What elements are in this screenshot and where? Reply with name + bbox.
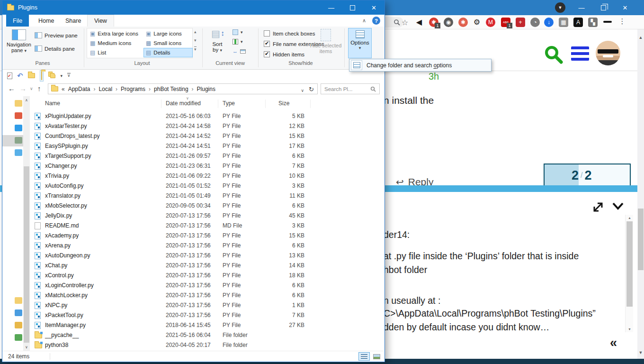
breadcrumb-item[interactable]: Plugins xyxy=(197,86,215,92)
sidebar-item-icon[interactable] xyxy=(15,309,22,316)
search-icon[interactable] xyxy=(544,45,564,64)
file-row[interactable]: xPluginUpdater.py 2021-05-16 06:03 PY Fi… xyxy=(30,111,384,121)
file-row[interactable]: CountDrops_latest.py 2021-04-24 14:52 PY… xyxy=(30,131,384,141)
navigation-pane-button[interactable]: Navigation pane ▾ xyxy=(5,28,33,59)
scroll-up-icon[interactable]: ▴ xyxy=(626,216,634,220)
browser-restore-button[interactable] xyxy=(592,0,614,15)
breadcrumb-item[interactable]: AppData xyxy=(68,86,99,92)
file-row[interactable]: xChat.py 2020-07-13 17:56 PY File 14 KB xyxy=(30,261,384,271)
file-row[interactable]: xArena.py 2020-07-13 17:56 PY File 6 KB xyxy=(30,241,384,251)
ribbon-tab[interactable]: Home xyxy=(32,15,61,27)
file-row[interactable]: xPacketTool.py 2020-07-13 17:56 PY File … xyxy=(30,310,384,320)
sidebar-item-icon[interactable] xyxy=(15,137,22,144)
browser-minimize-button[interactable]: — xyxy=(571,0,592,15)
extension-icon[interactable]: + xyxy=(516,18,525,27)
undo-icon[interactable]: ↶ xyxy=(17,72,23,79)
extension-icon[interactable]: A xyxy=(573,18,583,27)
column-header-size[interactable]: Size xyxy=(278,100,289,107)
extension-icon[interactable]: ABP 1 xyxy=(501,18,510,27)
extension-icon[interactable]: ✱ xyxy=(458,18,468,27)
extension-icon[interactable]: ◔ xyxy=(530,18,540,27)
file-row[interactable]: xAcademy.py 2020-07-13 17:56 PY File 15 … xyxy=(30,231,384,241)
breadcrumb-item[interactable]: Programs xyxy=(121,86,154,92)
options-button[interactable]: Options ▾ xyxy=(348,28,372,58)
address-dropdown-icon[interactable]: ∨ xyxy=(301,88,304,93)
download-indicator-icon[interactable]: ▼ xyxy=(555,2,565,13)
scroll-down-icon[interactable]: ▼ xyxy=(637,350,644,355)
ribbon-tab[interactable]: View xyxy=(87,15,114,27)
browser-profile-avatar[interactable] xyxy=(602,18,613,28)
explorer-close-button[interactable]: ✕ xyxy=(363,0,385,15)
checkbox-icon[interactable] xyxy=(264,30,270,36)
explorer-minimize-button[interactable]: — xyxy=(321,0,342,15)
ribbon-tab[interactable]: Share xyxy=(59,15,88,27)
details-pane-button[interactable]: Details pane xyxy=(35,46,75,52)
forward-icon[interactable]: → xyxy=(19,84,27,92)
explorer-titlebar[interactable]: Plugins — ✕ xyxy=(2,0,385,15)
layout-option[interactable]: ▦ Medium icons xyxy=(88,38,143,48)
refresh-icon[interactable]: ↻ xyxy=(309,86,314,93)
sidebar-scrollbar-thumb[interactable] xyxy=(24,166,29,343)
scroll-up-icon[interactable]: ▲ xyxy=(637,35,644,40)
topic-progress[interactable]: 2 / 2 xyxy=(544,164,631,187)
thumbnail-view-button[interactable] xyxy=(371,352,382,361)
breadcrumb-overflow-icon[interactable]: « xyxy=(62,86,65,92)
file-row[interactable]: __pycache__ 2021-05-16 06:04 File folder xyxy=(30,330,384,340)
change-folder-options-menu-item[interactable]: Change folder and search options xyxy=(367,62,452,69)
browser-menu-icon[interactable]: ⋮ xyxy=(618,17,626,26)
scroll-up-icon[interactable]: ∧ xyxy=(23,98,30,102)
sort-by-button[interactable]: ▤↕ Sort by ▾ xyxy=(206,28,229,59)
gallery-scroll-down-icon[interactable]: ▾ xyxy=(194,38,197,43)
preview-pane-button[interactable]: Preview pane xyxy=(35,32,78,38)
composer-scrollbar-thumb[interactable] xyxy=(626,221,633,307)
file-row[interactable]: xTranslator.py 2021-01-05 01:49 PY File … xyxy=(30,191,384,201)
extension-icon[interactable]: ↓ xyxy=(544,18,554,27)
extension-icon[interactable]: ▦ xyxy=(559,18,568,27)
expand-icon[interactable] xyxy=(592,201,604,213)
chevron-down-icon[interactable] xyxy=(612,202,624,210)
file-row[interactable]: xMatchLocker.py 2020-07-13 17:56 PY File… xyxy=(30,291,384,300)
details-view-button[interactable] xyxy=(358,352,370,361)
address-bar[interactable]: « AppDataLocalProgramsphBot TestingPlugi… xyxy=(48,83,318,94)
checkbox-icon[interactable] xyxy=(264,41,270,47)
new-folder-icon[interactable] xyxy=(28,73,35,78)
layout-option[interactable]: ▩ Small icons xyxy=(143,38,193,48)
file-row[interactable]: JellyDix.py 2020-07-13 17:56 PY File 45 … xyxy=(30,211,384,221)
sidebar-item-icon[interactable] xyxy=(15,322,22,328)
extension-icon[interactable]: ⚙ xyxy=(472,18,482,27)
file-row[interactable]: xAutoConfig.py 2021-01-05 01:52 PY File … xyxy=(30,181,384,191)
file-row[interactable]: xAvatarTester.py 2021-04-24 14:58 PY Fil… xyxy=(30,121,384,131)
hamburger-menu-icon[interactable] xyxy=(571,46,589,61)
gallery-scroll-up-icon[interactable]: ▴ xyxy=(194,29,197,34)
file-row[interactable]: python38 2020-04-05 20:17 File folder xyxy=(30,340,384,350)
extension-icon[interactable]: ✱ 1 xyxy=(429,18,438,27)
layout-option[interactable]: ▤ List xyxy=(88,48,143,57)
hide-selected-items-button[interactable]: Hide selected items xyxy=(309,29,342,59)
extension-icon[interactable]: ◀ xyxy=(414,18,424,27)
show-hide-checkbox[interactable]: Hidden items xyxy=(264,51,304,57)
add-columns-button[interactable]: ▾ xyxy=(233,39,243,45)
browser-close-button[interactable]: ✕ xyxy=(614,0,636,15)
folder-button[interactable] xyxy=(40,70,44,82)
extension-icon[interactable]: ◉ xyxy=(444,18,453,27)
layout-option[interactable]: ▣ Large icons xyxy=(143,29,193,38)
properties-icon[interactable] xyxy=(7,73,12,79)
column-header-date[interactable]: Date modified xyxy=(166,100,201,107)
composer-scrollbar[interactable]: ▴ ▾ xyxy=(625,215,633,332)
group-by-button[interactable]: ▾ xyxy=(233,29,243,35)
layout-option[interactable]: ▤ Details xyxy=(143,48,193,57)
back-icon[interactable]: ← xyxy=(8,84,15,92)
size-columns-button[interactable]: ↔ xyxy=(233,48,246,54)
ribbon-tab[interactable]: File xyxy=(6,15,29,27)
page-scrollbar-thumb[interactable] xyxy=(638,209,644,270)
column-header-type[interactable]: Type xyxy=(223,100,235,107)
file-row[interactable]: xNPC.py 2020-07-13 17:56 PY File 1 KB xyxy=(30,300,384,310)
layout-option[interactable]: ▣ Extra large icons xyxy=(88,29,143,38)
sidebar-item-icon[interactable] xyxy=(15,100,22,107)
scroll-down-icon[interactable]: ∨ xyxy=(23,345,30,349)
copy-icon[interactable] xyxy=(48,73,56,79)
history-chevron-icon[interactable]: ∨ xyxy=(30,86,33,91)
file-row[interactable]: xTrivia.py 2021-01-06 09:22 PY File 10 K… xyxy=(30,171,384,181)
breadcrumb-item[interactable]: phBot Testing xyxy=(154,86,197,92)
show-hide-checkbox[interactable]: Item check boxes xyxy=(264,30,315,36)
